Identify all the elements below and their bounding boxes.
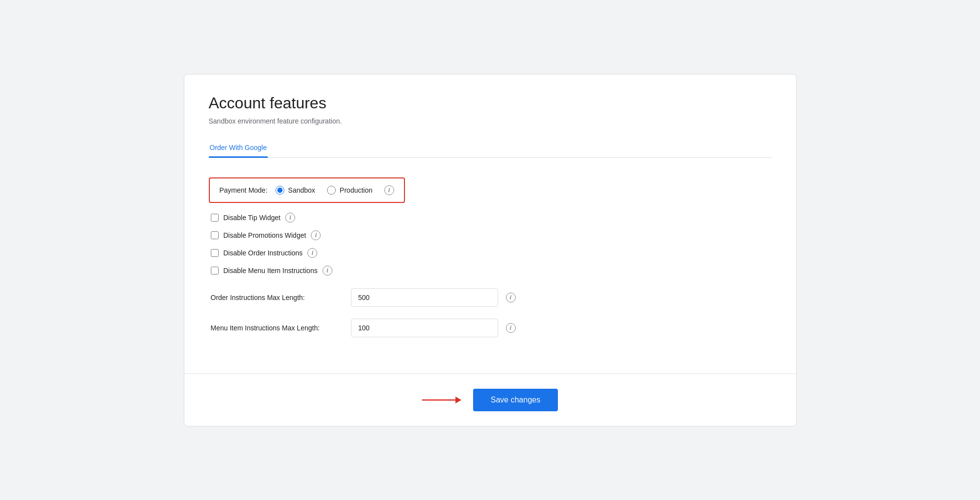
page-subtitle: Sandbox environment feature configuratio…: [209, 117, 772, 125]
checkbox-label-menu-item-instructions: Disable Menu Item Instructions: [224, 267, 318, 275]
payment-mode-label: Payment Mode:: [220, 186, 268, 194]
checkbox-row-order-instructions: Disable Order Instructions i: [209, 248, 772, 258]
radio-sandbox-label: Sandbox: [288, 186, 315, 194]
field-label-menu-item-instructions-max-length: Menu Item Instructions Max Length:: [211, 324, 343, 332]
checkbox-disable-order-instructions[interactable]: [211, 249, 219, 257]
settings-section: Payment Mode: Sandbox Production i Disa: [209, 173, 772, 374]
main-content: Account features Sandbox environment fea…: [184, 75, 796, 374]
payment-mode-radio-group: Sandbox Production i: [276, 185, 394, 195]
order-instructions-max-length-info-icon[interactable]: i: [506, 293, 516, 302]
field-row-order-instructions-max-length: Order Instructions Max Length: i: [209, 288, 772, 307]
save-changes-button[interactable]: Save changes: [473, 389, 558, 411]
field-input-menu-item-instructions-max-length[interactable]: [351, 319, 498, 337]
page-title: Account features: [209, 94, 772, 112]
menu-item-instructions-max-length-info-icon[interactable]: i: [506, 323, 516, 333]
footer-section: Save changes: [184, 374, 796, 426]
checkbox-label-order-instructions: Disable Order Instructions: [224, 249, 303, 257]
radio-sandbox-input[interactable]: [276, 186, 284, 195]
page-container: Account features Sandbox environment fea…: [184, 74, 797, 426]
tabs-container: Order With Google: [209, 139, 772, 158]
checkbox-label-promotions-widget: Disable Promotions Widget: [224, 231, 306, 239]
checkbox-disable-promotions-widget[interactable]: [211, 231, 219, 239]
menu-item-instructions-info-icon[interactable]: i: [323, 266, 332, 275]
payment-mode-box: Payment Mode: Sandbox Production i: [209, 177, 405, 203]
payment-mode-info-icon[interactable]: i: [384, 185, 394, 195]
field-row-menu-item-instructions-max-length: Menu Item Instructions Max Length: i: [209, 319, 772, 337]
field-input-order-instructions-max-length[interactable]: [351, 288, 498, 307]
radio-sandbox[interactable]: Sandbox: [276, 186, 315, 195]
radio-production-input[interactable]: [327, 186, 336, 195]
checkbox-label-tip-widget: Disable Tip Widget: [224, 214, 281, 222]
checkbox-row-menu-item-instructions: Disable Menu Item Instructions i: [209, 266, 772, 275]
checkbox-disable-menu-item-instructions[interactable]: [211, 267, 219, 275]
radio-production-label: Production: [340, 186, 373, 194]
checkbox-disable-tip-widget[interactable]: [211, 214, 219, 222]
tab-order-with-google[interactable]: Order With Google: [209, 139, 268, 158]
svg-marker-1: [455, 397, 461, 403]
arrow-annotation: [422, 393, 461, 407]
tip-widget-info-icon[interactable]: i: [285, 213, 295, 223]
checkbox-row-promotions-widget: Disable Promotions Widget i: [209, 230, 772, 240]
field-label-order-instructions-max-length: Order Instructions Max Length:: [211, 294, 343, 301]
order-instructions-info-icon[interactable]: i: [307, 248, 317, 258]
promotions-widget-info-icon[interactable]: i: [311, 230, 321, 240]
checkbox-row-tip-widget: Disable Tip Widget i: [209, 213, 772, 223]
radio-production[interactable]: Production: [327, 186, 373, 195]
